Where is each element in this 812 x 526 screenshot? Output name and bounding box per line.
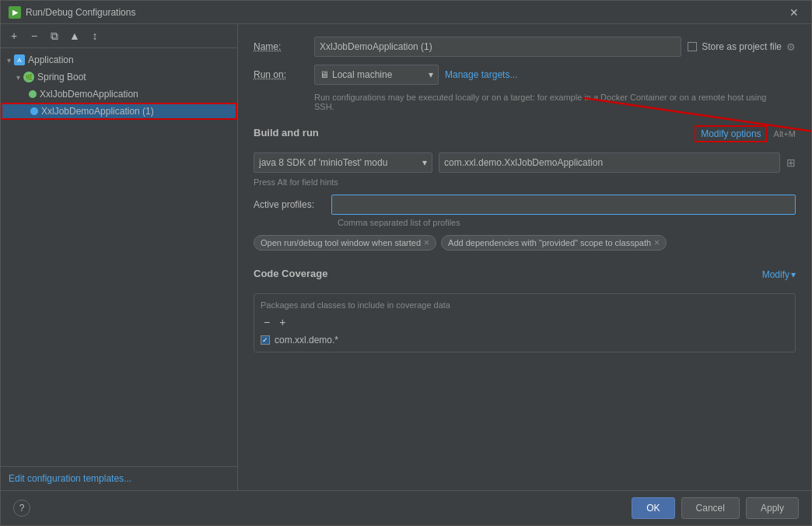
tag-open-debug-label: Open run/debug tool window when started <box>261 238 421 247</box>
manage-targets-link[interactable]: Manage targets... <box>445 69 517 80</box>
apply-button[interactable]: Apply <box>746 497 799 519</box>
spring-boot-label: Spring Boot <box>37 72 86 82</box>
modify-options-area: Modify options Alt+M <box>695 125 796 142</box>
sdk-dropdown[interactable]: java 8 SDK of 'minioTest' modu ▾ <box>254 153 432 173</box>
add-config-button[interactable]: + <box>5 27 23 44</box>
expand-icon[interactable]: ⊞ <box>786 156 796 169</box>
coverage-toolbar: − + <box>261 314 789 330</box>
application-label: Application <box>28 54 74 65</box>
left-panel: + − ⧉ ▲ ↕ ▾ A Application ▾ 🌿 Spring Boo… <box>1 24 238 490</box>
class-input[interactable] <box>439 153 780 173</box>
coverage-package: com.xxl.demo.* <box>275 335 338 345</box>
xxl-app-label: XxlJobDemoApplication <box>40 89 138 100</box>
name-label: Name: <box>254 41 308 52</box>
copy-config-button[interactable]: ⧉ <box>46 27 63 44</box>
dropdown-arrow: ▾ <box>429 69 433 80</box>
sdk-class-row: java 8 SDK of 'minioTest' modu ▾ ⊞ <box>254 153 796 173</box>
tree-item-xxl-app-1[interactable]: XxlJobDemoApplication (1) <box>1 103 237 120</box>
close-button[interactable]: ✕ <box>785 5 803 20</box>
tree-item-xxl-app[interactable]: XxlJobDemoApplication <box>1 86 237 103</box>
title-bar-left: ▶ Run/Debug Configurations <box>9 6 135 19</box>
active-profiles-row: Active profiles: <box>254 195 796 215</box>
run-on-label: Run on: <box>254 69 308 80</box>
coverage-modify-label: Modify <box>762 269 789 280</box>
ok-button[interactable]: OK <box>632 497 674 519</box>
right-panel: Name: Store as project file ⚙ Run on: 🖥 … <box>238 24 811 490</box>
build-run-header: Build and run Modify options Alt+M <box>254 121 796 146</box>
tag-open-debug-close[interactable]: × <box>424 237 429 248</box>
name-row: Name: Store as project file ⚙ <box>254 37 796 57</box>
active-profiles-input[interactable] <box>331 195 796 215</box>
expand-arrow-application: ▾ <box>7 56 11 65</box>
run-on-dropdown[interactable]: 🖥 Local machine ▾ <box>314 65 439 85</box>
store-label: Store as project file <box>702 41 782 52</box>
action-buttons: OK Cancel Apply <box>632 497 799 519</box>
move-up-button[interactable]: ▲ <box>66 27 83 44</box>
title-bar: ▶ Run/Debug Configurations ✕ <box>1 1 811 24</box>
help-icon: ? <box>19 503 25 514</box>
store-checkbox[interactable] <box>688 42 697 51</box>
remove-config-button[interactable]: − <box>26 27 43 44</box>
dialog-title: Run/Debug Configurations <box>26 7 135 18</box>
coverage-remove-btn[interactable]: − <box>261 314 273 330</box>
sort-button[interactable]: ↕ <box>86 27 103 44</box>
coverage-modify-link[interactable]: Modify ▾ <box>762 269 796 280</box>
spring-boot-icon: 🌿 <box>23 72 34 82</box>
tag-add-dependencies-label: Add dependencies with "provided" scope t… <box>448 238 651 247</box>
run-hint-text: Run configurations may be executed local… <box>314 93 781 111</box>
sdk-arrow: ▾ <box>422 157 427 168</box>
run-on-row: Run on: 🖥 Local machine ▾ Manage targets… <box>254 65 796 85</box>
name-input[interactable] <box>314 37 681 57</box>
profiles-hint: Comma separated list of profiles <box>338 218 796 227</box>
tree-item-application[interactable]: ▾ A Application <box>1 51 237 68</box>
active-profiles-label: Active profiles: <box>254 199 331 210</box>
local-machine-icon: 🖥 <box>320 69 329 80</box>
xxl-app-1-label: XxlJobDemoApplication (1) <box>41 106 154 117</box>
tag-open-debug: Open run/debug tool window when started … <box>254 235 436 251</box>
code-coverage-header: Code Coverage Modify ▾ <box>254 261 796 287</box>
press-hint: Press Alt for field hints <box>254 177 796 187</box>
expand-arrow-spring-boot: ▾ <box>16 73 20 82</box>
local-machine-label: Local machine <box>332 69 392 80</box>
config-tree: ▾ A Application ▾ 🌿 Spring Boot XxlJobDe… <box>1 48 237 466</box>
store-gear-icon[interactable]: ⚙ <box>786 41 796 53</box>
run-icon-xxl <box>29 90 37 98</box>
help-button[interactable]: ? <box>13 500 30 517</box>
modify-options-button[interactable]: Modify options <box>695 125 767 142</box>
dialog-icon: ▶ <box>9 6 21 19</box>
run-debug-dialog: ▶ Run/Debug Configurations ✕ + − ⧉ ▲ ↕ ▾… <box>0 0 812 526</box>
tags-row: Open run/debug tool window when started … <box>254 235 796 251</box>
content-area: + − ⧉ ▲ ↕ ▾ A Application ▾ 🌿 Spring Boo… <box>1 24 811 490</box>
store-row: Store as project file ⚙ <box>688 41 796 53</box>
sdk-label: java 8 SDK of 'minioTest' modu <box>259 157 387 168</box>
modify-shortcut: Alt+M <box>774 129 796 139</box>
coverage-item: ✓ com.xxl.demo.* <box>261 335 789 345</box>
tree-item-spring-boot[interactable]: ▾ 🌿 Spring Boot <box>1 68 237 86</box>
coverage-checkbox[interactable]: ✓ <box>261 335 270 345</box>
application-icon: A <box>14 54 25 65</box>
bottom-bar: ? OK Cancel Apply <box>1 490 811 525</box>
left-toolbar: + − ⧉ ▲ ↕ <box>1 24 237 48</box>
cancel-button[interactable]: Cancel <box>681 497 740 519</box>
edit-templates-link[interactable]: Edit configuration templates... <box>1 466 237 490</box>
code-coverage-title: Code Coverage <box>254 268 327 279</box>
coverage-modify-arrow: ▾ <box>791 269 796 280</box>
tag-add-dependencies: Add dependencies with "provided" scope t… <box>441 235 667 251</box>
coverage-add-btn[interactable]: + <box>276 314 289 330</box>
build-run-title: Build and run <box>254 127 319 139</box>
run-icon-xxl-1 <box>30 107 38 115</box>
coverage-subheader: Packages and classes to include in cover… <box>261 300 789 310</box>
tag-add-dependencies-close[interactable]: × <box>654 237 660 248</box>
coverage-box: Packages and classes to include in cover… <box>254 293 796 352</box>
